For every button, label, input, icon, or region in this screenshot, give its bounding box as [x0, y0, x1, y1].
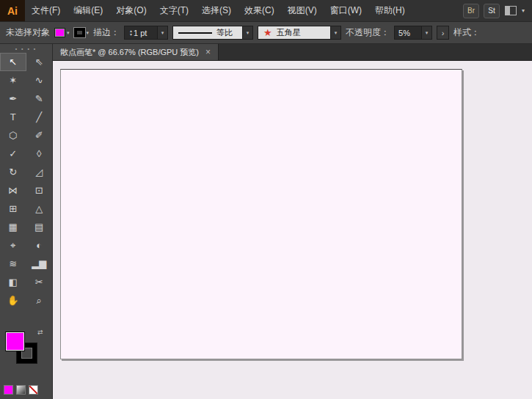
control-bar: 未选择对象 ▾ ▾ 描边： ▴ ▾ 1 pt ▾ 等比	[0, 22, 532, 44]
opacity-label: 不透明度：	[346, 26, 390, 39]
menu-bar: Ai 文件(F)编辑(E)对象(O)文字(T)选择(S)效果(C)视图(V)窗口…	[0, 0, 532, 22]
tool-grid: ↖⇖✶∿✒✎T╱⬡✐✓◊↻◿⋈⊡⊞△▦▤⌖◐≋▂▆◧✂✋⌕	[0, 53, 52, 310]
style-label: 样式：	[453, 26, 480, 39]
gradient-tool[interactable]: ▤	[26, 218, 53, 236]
width-tool[interactable]: ⋈	[0, 181, 26, 200]
opacity-dropdown-icon[interactable]: ▾	[422, 26, 432, 40]
direct-selection-tool[interactable]: ⇖	[26, 53, 53, 71]
stroke-weight-stepper[interactable]: ▴ ▾	[128, 29, 134, 37]
color-mode-buttons	[0, 385, 52, 399]
menu-type[interactable]: 文字(T)	[153, 0, 195, 21]
artboard-tool[interactable]: ◧	[0, 273, 26, 291]
stroke-weight-dropdown-icon[interactable]: ▾	[158, 26, 168, 40]
polygon-tool[interactable]: ⬡	[0, 126, 26, 144]
shaper-tool[interactable]: ✓	[0, 144, 26, 163]
menu-effect[interactable]: 效果(C)	[238, 0, 281, 21]
menus: 文件(F)编辑(E)对象(O)文字(T)选择(S)效果(C)视图(V)窗口(W)…	[25, 0, 412, 21]
paintbrush-tool[interactable]: ✐	[26, 126, 53, 144]
fill-color-indicator[interactable]	[5, 332, 25, 351]
color-mode-button[interactable]	[4, 385, 13, 395]
pasteboard[interactable]	[53, 61, 532, 399]
menu-file[interactable]: 文件(F)	[25, 0, 67, 21]
stepper-down-icon[interactable]: ▾	[130, 33, 132, 37]
pen-tool[interactable]: ✒	[0, 89, 26, 108]
menu-help[interactable]: 帮助(H)	[368, 0, 412, 21]
curvature-tool[interactable]: ✎	[26, 89, 53, 108]
tab-close-icon[interactable]: ×	[205, 48, 211, 56]
fill-swatch-group: ▾	[54, 28, 70, 37]
bridge-badge[interactable]: Br	[463, 4, 479, 18]
gradient-mode-button[interactable]	[16, 385, 26, 395]
star-brush-icon: ★	[263, 28, 272, 37]
tools-panel: • • • • ↖⇖✶∿✒✎T╱⬡✐✓◊↻◿⋈⊡⊞△▦▤⌖◐≋▂▆◧✂✋⌕ ⇄	[0, 44, 53, 399]
brush-dropdown-icon[interactable]: ▾	[331, 26, 341, 40]
stroke-profile-dropdown[interactable]: 等比 ▾	[172, 26, 253, 40]
swap-fill-stroke-icon[interactable]: ⇄	[37, 329, 43, 336]
document-tab-bar: 散点画笔* @ 66.67% (RGB/GPU 预览) ×	[53, 44, 532, 61]
fill-color-swatch[interactable]	[54, 28, 65, 37]
opacity-value: 5%	[398, 29, 410, 37]
stroke-weight-label: 描边：	[93, 26, 120, 39]
type-tool[interactable]: T	[0, 108, 26, 126]
scale-tool[interactable]: ◿	[26, 163, 53, 181]
symbol-sprayer-tool[interactable]: ≋	[0, 255, 26, 273]
none-mode-button[interactable]	[29, 385, 38, 395]
perspective-grid-tool[interactable]: △	[26, 200, 53, 218]
menu-view[interactable]: 视图(V)	[281, 0, 324, 21]
rotate-tool[interactable]: ↻	[0, 163, 26, 181]
menu-select[interactable]: 选择(S)	[195, 0, 238, 21]
selection-status: 未选择对象	[6, 26, 50, 39]
fill-stroke-widget: ⇄	[0, 329, 52, 371]
column-graph-tool[interactable]: ▂▆	[26, 255, 53, 273]
stroke-weight-control: ▴ ▾ 1 pt ▾	[124, 26, 168, 40]
main-area: • • • • ↖⇖✶∿✒✎T╱⬡✐✓◊↻◿⋈⊡⊞△▦▤⌖◐≋▂▆◧✂✋⌕ ⇄ …	[0, 44, 532, 399]
toolbar-grip[interactable]: • • • •	[0, 44, 52, 53]
app-logo: Ai	[0, 0, 25, 21]
workspace-chevron-icon[interactable]: ▾	[522, 7, 525, 14]
slice-tool[interactable]: ✂	[26, 273, 53, 291]
opacity-input[interactable]: 5%	[394, 26, 422, 40]
artboard[interactable]	[60, 69, 462, 359]
shape-builder-tool[interactable]: ⊞	[0, 200, 26, 218]
stock-badge[interactable]: St	[484, 4, 500, 18]
more-options-button[interactable]: ›	[437, 26, 449, 40]
document-tab-title: 散点画笔* @ 66.67% (RGB/GPU 预览)	[60, 47, 199, 58]
blend-tool[interactable]: ◐	[26, 236, 53, 255]
selection-tool[interactable]: ↖	[0, 53, 26, 71]
opacity-control: 5% ▾	[394, 26, 432, 40]
line-segment-tool[interactable]: ╱	[26, 108, 53, 126]
stroke-weight-value: 1 pt	[134, 29, 147, 37]
menubar-right: BrSt ▾	[463, 0, 532, 21]
eyedropper-tool[interactable]: ⌖	[0, 236, 26, 255]
menu-edit[interactable]: 编辑(E)	[67, 0, 109, 21]
brush-value: 五角星	[277, 27, 301, 38]
menu-window[interactable]: 窗口(W)	[324, 0, 368, 21]
profile-value: 等比	[216, 27, 233, 38]
mesh-tool[interactable]: ▦	[0, 218, 26, 236]
eraser-tool[interactable]: ◊	[26, 144, 53, 163]
zoom-tool[interactable]: ⌕	[26, 291, 53, 310]
document-area: 散点画笔* @ 66.67% (RGB/GPU 预览) ×	[53, 44, 532, 399]
document-tab[interactable]: 散点画笔* @ 66.67% (RGB/GPU 预览) ×	[53, 44, 219, 60]
stroke-chevron-icon[interactable]: ▾	[87, 30, 90, 36]
workspace-switcher-icon[interactable]	[505, 6, 517, 15]
fill-chevron-icon[interactable]: ▾	[67, 30, 70, 36]
free-transform-tool[interactable]: ⊡	[26, 181, 53, 200]
brush-definition-dropdown[interactable]: ★ 五角星 ▾	[258, 26, 341, 40]
illustrator-app: Ai 文件(F)编辑(E)对象(O)文字(T)选择(S)效果(C)视图(V)窗口…	[0, 0, 532, 399]
stroke-swatch-group: ▾	[74, 28, 90, 37]
profile-dropdown-icon[interactable]: ▾	[243, 26, 253, 40]
profile-line-icon	[178, 32, 212, 34]
menu-object[interactable]: 对象(O)	[109, 0, 153, 21]
hand-tool[interactable]: ✋	[0, 291, 26, 310]
stroke-color-swatch[interactable]	[74, 28, 85, 37]
magic-wand-tool[interactable]: ✶	[0, 71, 26, 89]
lasso-tool[interactable]: ∿	[26, 71, 53, 89]
stroke-weight-input[interactable]: ▴ ▾ 1 pt	[124, 26, 158, 40]
